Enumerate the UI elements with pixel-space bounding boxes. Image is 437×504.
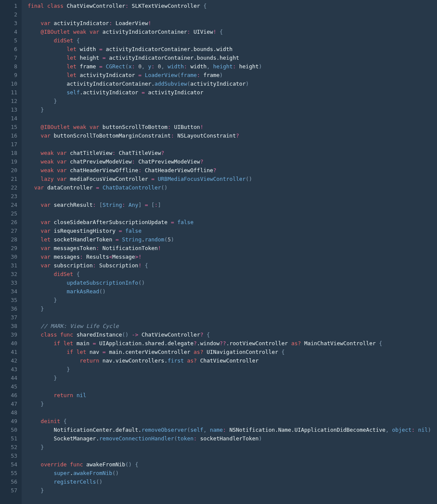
line-number: 1 [0,2,17,10]
line-number: 49 [0,417,17,426]
code-line[interactable]: didSet { [28,36,437,45]
line-number: 26 [0,218,17,227]
code-line[interactable] [28,452,437,460]
code-line[interactable]: weak var chatTitleView: ChatTitleView? [28,149,437,157]
code-line[interactable]: let activityIndicator = LoaderView(frame… [28,71,437,80]
line-number: 27 [0,227,17,235]
code-line[interactable]: var subscription: Subscription! { [28,261,437,270]
line-number: 43 [0,365,17,374]
line-number: 23 [0,192,17,201]
code-line[interactable]: } [28,106,437,114]
code-line[interactable]: var messagesToken: NotificationToken! [28,244,437,253]
line-number: 35 [0,296,17,305]
code-line[interactable]: @IBOutlet weak var activityIndicatorCont… [28,28,437,36]
code-line[interactable]: let height = activityIndicatorContainer.… [28,54,437,62]
code-line[interactable]: } [28,97,437,106]
line-number: 15 [0,123,17,132]
line-number: 39 [0,331,17,339]
line-number: 45 [0,382,17,391]
line-number: 16 [0,132,17,140]
code-line[interactable]: class func sharedInstance() -> ChatViewC… [28,331,437,339]
code-line[interactable] [28,313,437,322]
code-line[interactable]: markAsRead() [28,287,437,296]
code-line[interactable]: var closeSidebarAfterSubscriptionUpdate … [28,218,437,227]
code-line[interactable] [28,114,437,123]
line-number: 33 [0,279,17,287]
line-number: 53 [0,452,17,460]
code-line[interactable]: var activityIndicator: LoaderView! [28,19,437,28]
line-number: 25 [0,209,17,218]
code-line[interactable] [28,408,437,417]
line-number: 34 [0,287,17,296]
code-line[interactable]: } [28,365,437,374]
code-line[interactable] [28,10,437,19]
code-line[interactable]: self.activityIndicator = activityIndicat… [28,88,437,97]
line-number: 13 [0,106,17,114]
code-line[interactable]: } [28,305,437,313]
line-number: 50 [0,426,17,434]
code-line[interactable]: deinit { [28,417,437,426]
code-line[interactable]: if let nav = main.centerViewController a… [28,348,437,356]
line-number: 52 [0,443,17,452]
code-line[interactable]: var dataController = ChatDataController(… [28,183,437,192]
line-number: 5 [0,36,17,45]
code-line[interactable]: var buttonScrollToBottomMarginConstraint… [28,132,437,140]
line-number: 56 [0,478,17,486]
line-number: 2 [0,10,17,19]
code-line[interactable]: var searchResult: [String: Any] = [:] [28,201,437,209]
code-line[interactable] [28,382,437,391]
code-line[interactable]: super.awakeFromNib() [28,469,437,478]
line-number: 31 [0,261,17,270]
line-number: 32 [0,270,17,279]
code-line[interactable]: let socketHandlerToken = String.random(5… [28,235,437,244]
code-line[interactable]: var isRequestingHistory = false [28,227,437,235]
line-number: 17 [0,140,17,149]
code-line[interactable]: didSet { [28,270,437,279]
line-number: 54 [0,460,17,469]
code-line[interactable]: } [28,374,437,382]
line-number: 40 [0,339,17,348]
code-content[interactable]: final class ChatViewController: SLKTextV… [22,0,437,504]
code-line[interactable]: } [28,443,437,452]
code-line[interactable]: SocketManager.removeConnectionHandler(to… [28,434,437,443]
line-number: 4 [0,28,17,36]
line-number: 14 [0,114,17,123]
line-number-gutter: 1234567891011121314151617181920212223242… [0,0,22,504]
line-number: 10 [0,80,17,88]
code-line[interactable]: NotificationCenter.default.removeObserve… [28,426,437,434]
code-line[interactable]: registerCells() [28,478,437,486]
code-line[interactable]: activityIndicatorContainer.addSubview(ac… [28,80,437,88]
code-line[interactable]: return nav.viewControllers.first as? Cha… [28,356,437,365]
line-number: 57 [0,486,17,495]
code-line[interactable]: // MARK: View Life Cycle [28,322,437,331]
line-number: 38 [0,322,17,331]
line-number: 7 [0,54,17,62]
line-number: 9 [0,71,17,80]
code-line[interactable]: } [28,400,437,408]
line-number: 44 [0,374,17,382]
code-line[interactable]: return nil [28,391,437,400]
code-line[interactable]: weak var chatHeaderViewOffline: ChatHead… [28,166,437,175]
code-line[interactable]: if let main = UIApplication.shared.deleg… [28,339,437,348]
code-line[interactable] [28,140,437,149]
code-line[interactable] [28,209,437,218]
code-line[interactable]: lazy var mediaFocusViewController = URBM… [28,175,437,183]
code-line[interactable] [28,192,437,201]
code-line[interactable]: @IBOutlet weak var buttonScrollToBottom:… [28,123,437,132]
code-line[interactable]: let frame = CGRect(x: 0, y: 0, width: wi… [28,62,437,71]
code-line[interactable]: updateSubscriptionInfo() [28,279,437,287]
code-line[interactable]: } [28,486,437,495]
code-editor: 1234567891011121314151617181920212223242… [0,0,437,504]
line-number: 24 [0,201,17,209]
code-line[interactable]: } [28,296,437,305]
line-number: 29 [0,244,17,253]
code-line[interactable]: final class ChatViewController: SLKTextV… [28,2,437,10]
line-number: 6 [0,45,17,54]
line-number: 12 [0,97,17,106]
code-line[interactable]: weak var chatPreviewModeView: ChatPrevie… [28,157,437,166]
code-line[interactable]: var messages: Results<Message>! [28,253,437,261]
line-number: 19 [0,157,17,166]
code-line[interactable]: override func awakeFromNib() { [28,460,437,469]
code-line[interactable]: let width = activityIndicatorContainer.b… [28,45,437,54]
line-number: 46 [0,391,17,400]
